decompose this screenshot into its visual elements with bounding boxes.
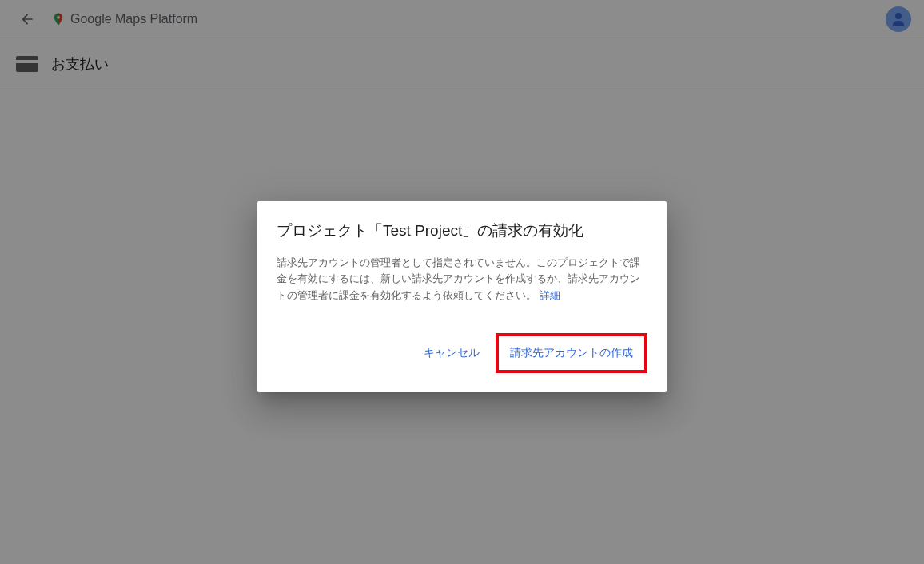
create-billing-account-button[interactable]: 請求先アカウントの作成 [500,340,643,367]
detail-link[interactable]: 詳細 [540,289,560,301]
dialog-actions: キャンセル 請求先アカウントの作成 [277,333,647,373]
dialog-body-text: 請求先アカウントの管理者として指定されていません。このプロジェクトで課金を有効に… [277,256,640,302]
billing-dialog: プロジェクト「Test Project」の請求の有効化 請求先アカウントの管理者… [257,201,667,392]
dialog-body: 請求先アカウントの管理者として指定されていません。このプロジェクトで課金を有効に… [277,255,647,304]
dialog-title: プロジェクト「Test Project」の請求の有効化 [277,220,647,242]
cancel-button[interactable]: キャンセル [414,340,489,367]
modal-overlay[interactable]: プロジェクト「Test Project」の請求の有効化 請求先アカウントの管理者… [0,0,924,564]
highlight-box: 請求先アカウントの作成 [496,333,647,373]
